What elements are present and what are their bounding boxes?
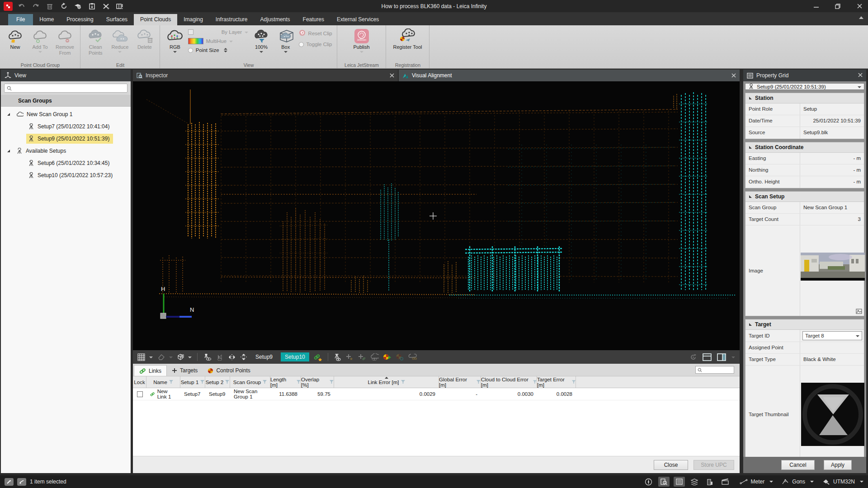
link-row[interactable]: New Link 1 Setup7 Setup9 New Scan Group … [133,388,740,400]
tree-item-available-setups[interactable]: Available Setups [1,145,131,157]
pair-visibility-icon[interactable] [216,352,224,362]
tab-links[interactable]: Links [134,365,167,376]
toggle-clip-radio[interactable] [299,42,304,47]
mirror-horizontal-icon[interactable] [228,352,236,362]
split-vertical-icon[interactable] [717,352,726,362]
tree-item-scan-group[interactable]: New Scan Group 1 [1,108,131,120]
units-distance[interactable]: Meter [740,479,774,485]
delete-icon[interactable] [45,2,55,11]
section-target-header[interactable]: Target [745,319,864,330]
cube-view-dropdown[interactable] [188,357,192,358]
rgb-button[interactable]: RGB [164,27,186,53]
cube-view-icon[interactable] [177,352,184,362]
toolbar-overflow-dropdown[interactable] [731,357,735,358]
col-global-error[interactable]: Global Error [m] [439,376,481,388]
tools-icon[interactable] [101,2,111,11]
tab-file[interactable]: File [8,14,33,25]
rotate-view-icon[interactable] [689,352,697,362]
col-setup1[interactable]: Setup 1 [180,376,205,388]
compass-icon[interactable] [643,477,654,487]
tab-imaging[interactable]: Imaging [177,14,209,25]
col-length[interactable]: Length [m] [270,376,301,388]
point-cloud-viewport[interactable]: H N [133,81,740,350]
remove-from-button[interactable]: Remove From [53,27,76,56]
expander-icon[interactable] [7,113,10,116]
add-target-icon[interactable] [345,352,354,362]
col-scan-group[interactable]: Scan Group [230,376,270,388]
minimize-button[interactable] [810,2,822,11]
tab-adjustments[interactable]: Adjustments [254,14,297,25]
by-layer-checkbox[interactable] [188,29,193,35]
cloud-visibility-icon[interactable] [370,352,379,362]
point-density-button[interactable]: 100% [250,27,273,53]
store-upc-button[interactable]: Store UPC [693,460,734,470]
restore-button[interactable] [832,2,844,11]
tree-item-setup6[interactable]: Setup6 (25/01/2022 10:34:45) [1,157,131,169]
lock-checkbox[interactable] [137,391,143,397]
box-clip-button[interactable]: Box [274,27,297,53]
tab-targets[interactable]: Targets [167,365,203,376]
close-inspector-icon[interactable] [390,73,394,78]
register-tool-button[interactable]: Register Tool [391,27,425,50]
reset-clip-label[interactable]: Reset Clip [308,31,332,36]
redo-icon[interactable] [31,2,41,11]
layers-icon[interactable] [689,477,700,487]
apply-button[interactable]: Apply [824,460,852,470]
col-cloud-to-cloud-error[interactable]: Cloud to Cloud Error [m] [481,376,537,388]
tree-search-input[interactable] [4,84,127,93]
col-lock[interactable]: Lock [133,376,146,388]
tab-visual-alignment[interactable]: Visual Alignment [399,70,740,81]
section-scan-setup-header[interactable]: Scan Setup [745,192,864,202]
point-size-stepper[interactable] [224,48,227,52]
mirror-vertical-icon[interactable] [240,352,247,362]
section-station-coordinate-header[interactable]: Station Coordinate [745,142,864,153]
eraser-icon[interactable] [157,352,165,362]
close-property-grid-icon[interactable] [858,73,863,77]
tree-item-setup9[interactable]: Setup9 (25/01/2022 10:51:39) [1,132,131,145]
tab-features[interactable]: Features [297,14,330,25]
tree-item-setup7[interactable]: Setup7 (25/01/2022 10:41:04) [1,120,131,132]
tree-item-setup10[interactable]: Setup10 (25/01/2022 10:57:23) [1,169,131,181]
undo-icon[interactable] [17,2,27,11]
split-horizontal-icon[interactable] [703,352,712,362]
grid-view-dropdown[interactable] [149,357,153,358]
setup-show-icon[interactable] [334,352,341,362]
property-list-icon[interactable] [674,477,685,487]
import-icon[interactable] [73,2,83,11]
clipboard-icon[interactable] [87,2,97,11]
publish-button[interactable]: JetStream Publish [349,27,374,53]
cloud-link-icon[interactable] [408,352,418,362]
target-link-icon[interactable] [396,352,404,362]
object-selector-combo[interactable]: Setup9 (25/01/2022 10:51:39) [745,83,864,90]
tab-inspector[interactable]: Inspector [133,70,398,81]
tab-infrastructure[interactable]: Infrastructure [209,14,254,25]
open-image-icon[interactable] [856,308,862,314]
tab-home[interactable]: Home [33,14,60,25]
brush-toggle-icon[interactable] [17,478,26,486]
new-link-icon[interactable] [313,352,322,362]
reduce-button[interactable]: Reduce [108,27,131,53]
setup9-view-button[interactable]: Setup9 [251,352,277,361]
units-angle[interactable]: Gons [782,479,814,485]
target-id-combo[interactable]: Target 8 [802,331,862,340]
units-crs[interactable]: UTM32N [822,479,863,485]
col-overlap[interactable]: Overlap [%] [301,376,334,388]
point-size-radio[interactable] [188,48,193,53]
close-button[interactable] [854,2,865,11]
grid-view-icon[interactable] [137,352,145,362]
multihue-gradient-swatch[interactable] [188,38,203,44]
add-link-icon[interactable] [358,352,366,362]
expander-icon[interactable] [7,150,10,152]
tab-control-points[interactable]: Control Points [203,365,255,376]
building-icon[interactable] [704,477,716,487]
cancel-button[interactable]: Cancel [781,460,815,470]
add-to-button[interactable]: Add To [28,27,52,53]
sync-icon[interactable] [59,2,69,11]
section-station-header[interactable]: Station [745,93,864,103]
setup-visibility-icon[interactable] [203,352,212,362]
col-target-error[interactable]: Target Error [m] [537,376,576,388]
close-visual-alignment-icon[interactable] [731,73,736,78]
new-point-cloud-button[interactable]: New [4,27,27,50]
col-setup2[interactable]: Setup 2 [205,376,230,388]
setup-panorama-image[interactable] [801,253,865,281]
